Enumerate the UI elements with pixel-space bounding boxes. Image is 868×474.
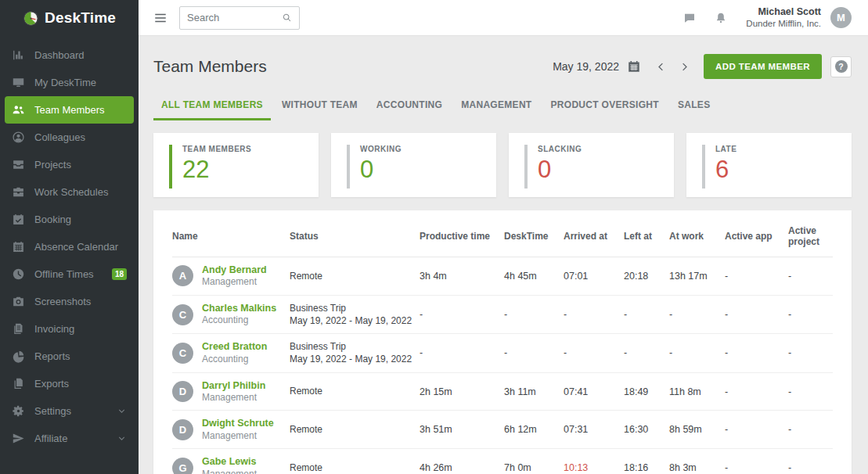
sidebar-item-label: Projects — [34, 159, 71, 171]
stat-card-team-members: TEAM MEMBERS22 — [153, 133, 319, 197]
table-row: AAndy BernardManagementRemote3h 4m4h 45m… — [172, 257, 833, 296]
help-button[interactable]: ? — [830, 56, 852, 77]
left-at-cell: - — [624, 334, 669, 372]
member-team: Management — [202, 469, 257, 474]
desktime-cell: 7h 0m — [504, 449, 564, 474]
page-header-actions: May 19, 2022 ADD TEAM MEMBER ? — [553, 54, 852, 79]
member-cell: GGabe LewisManagement — [172, 449, 290, 474]
tab-product-oversight[interactable]: PRODUCT OVERSIGHT — [543, 99, 667, 120]
member-team: Management — [202, 276, 267, 289]
desktime-cell: - — [504, 334, 564, 372]
sidebar-item-screenshots[interactable]: Screenshots — [5, 288, 134, 315]
member-cell: CCreed BrattonAccounting — [172, 334, 290, 372]
team-members-table: NameStatusProductive timeDeskTimeArrived… — [172, 215, 833, 474]
booking-icon — [12, 213, 25, 226]
tab-all-team-members[interactable]: ALL TEAM MEMBERS — [153, 99, 271, 120]
at-work-cell: 11h 8m — [669, 372, 725, 411]
left-at-cell: 18:16 — [624, 449, 669, 474]
notifications-bell-icon[interactable] — [715, 12, 727, 24]
member-name-link[interactable]: Dwight Schrute — [202, 417, 274, 429]
member-team: Management — [202, 430, 274, 443]
topbar: Michael Scott Dunder Mifflin, Inc. M — [139, 0, 868, 36]
member-name-link[interactable]: Charles Malkins — [202, 302, 276, 314]
sidebar-item-projects[interactable]: Projects — [5, 151, 134, 178]
arrived-at-cell: 07:01 — [564, 257, 624, 296]
menu-icon[interactable] — [153, 11, 167, 25]
sidebar-item-offline-times[interactable]: Offline Times18 — [5, 260, 134, 288]
colleagues-icon — [12, 131, 25, 144]
active-app-cell: - — [725, 334, 788, 372]
column-header-arrived-at: Arrived at — [564, 215, 624, 257]
left-at-cell: 20:18 — [624, 257, 669, 296]
stat-label: TEAM MEMBERS — [182, 145, 306, 153]
tab-without-team[interactable]: WITHOUT TEAM — [274, 99, 366, 120]
team-members-icon — [12, 103, 25, 117]
next-day-button[interactable] — [675, 58, 693, 75]
calendar-icon[interactable] — [627, 59, 641, 74]
desktime-clock-icon — [23, 10, 39, 27]
sidebar-item-reports[interactable]: Reports — [5, 343, 134, 370]
chevron-down-icon — [117, 406, 127, 416]
sidebar-item-affiliate[interactable]: Affiliate — [5, 425, 134, 452]
app-window: DeskTime DashboardMy DeskTimeTeam Member… — [0, 0, 868, 474]
tab-sales[interactable]: SALES — [670, 99, 719, 120]
stat-card-late: LATE6 — [686, 133, 852, 197]
sidebar-item-label: Invoicing — [34, 323, 74, 335]
stat-value: 0 — [360, 157, 484, 181]
invoicing-icon — [12, 322, 25, 336]
sidebar-item-invoicing[interactable]: Invoicing — [5, 315, 134, 343]
app-logo[interactable]: DeskTime — [0, 0, 139, 36]
tab-management[interactable]: MANAGEMENT — [453, 99, 539, 120]
sidebar-item-absence-calendar[interactable]: Absence Calendar — [5, 233, 134, 260]
productive-time-cell: 4h 26m — [420, 449, 504, 474]
add-team-member-button[interactable]: ADD TEAM MEMBER — [704, 54, 822, 79]
member-name-link[interactable]: Creed Bratton — [202, 340, 267, 353]
sidebar-item-label: Settings — [34, 405, 71, 417]
column-header-left-at: Left at — [624, 215, 669, 257]
brand-name: DeskTime — [45, 9, 116, 27]
avatar: C — [172, 343, 193, 364]
user-company: Dunder Mifflin, Inc. — [746, 18, 821, 29]
stat-value: 0 — [538, 157, 661, 181]
active-project-cell: - — [788, 334, 833, 372]
at-work-cell: - — [669, 295, 725, 333]
screenshots-icon — [12, 295, 25, 308]
column-header-productive-time: Productive time — [420, 215, 504, 257]
member-name-link[interactable]: Gabe Lewis — [202, 455, 257, 468]
member-name-link[interactable]: Andy Bernard — [202, 264, 267, 276]
member-name-link[interactable]: Darryl Philbin — [202, 379, 265, 392]
user-menu[interactable]: Michael Scott Dunder Mifflin, Inc. — [746, 6, 821, 30]
desktime-cell: 6h 12m — [504, 411, 564, 449]
sidebar-item-team-members[interactable]: Team Members — [5, 96, 134, 124]
sidebar-item-colleagues[interactable]: Colleagues — [5, 124, 134, 151]
sidebar-item-exports[interactable]: Exports — [5, 370, 134, 397]
sidebar-item-label: Reports — [34, 350, 70, 362]
topbar-right: Michael Scott Dunder Mifflin, Inc. M — [683, 6, 852, 30]
member-team: Accounting — [202, 354, 267, 366]
search-input[interactable] — [187, 12, 282, 23]
previous-day-button[interactable] — [652, 58, 669, 75]
messages-icon[interactable] — [683, 12, 696, 24]
left-at-cell: - — [624, 295, 669, 333]
sidebar-item-my-desktime[interactable]: My DeskTime — [5, 69, 134, 96]
sidebar-item-dashboard[interactable]: Dashboard — [5, 41, 134, 69]
main-column: Michael Scott Dunder Mifflin, Inc. M Tea… — [139, 0, 868, 474]
active-project-cell: - — [788, 295, 833, 333]
member-cell: CCharles MalkinsAccounting — [172, 295, 290, 333]
avatar: D — [172, 419, 193, 440]
user-avatar[interactable]: M — [830, 7, 852, 28]
member-cell: DDarryl PhilbinManagement — [172, 372, 290, 411]
stat-card-inner: TEAM MEMBERS22 — [169, 145, 306, 189]
sidebar-item-booking[interactable]: Booking — [5, 206, 134, 233]
tab-accounting[interactable]: ACCOUNTING — [369, 99, 450, 120]
table-header-row: NameStatusProductive timeDeskTimeArrived… — [172, 215, 833, 257]
productive-time-cell: 3h 51m — [420, 411, 504, 449]
active-app-cell: - — [725, 257, 788, 296]
desktime-cell: 4h 45m — [504, 257, 564, 296]
sidebar-item-label: Work Schedules — [34, 186, 108, 198]
arrived-at-cell: 10:13 — [564, 449, 624, 474]
search-box[interactable] — [179, 6, 300, 30]
sidebar-item-settings[interactable]: Settings — [5, 397, 134, 425]
sidebar-item-work-schedules[interactable]: Work Schedules — [5, 178, 134, 206]
left-at-cell: 16:30 — [624, 411, 669, 449]
